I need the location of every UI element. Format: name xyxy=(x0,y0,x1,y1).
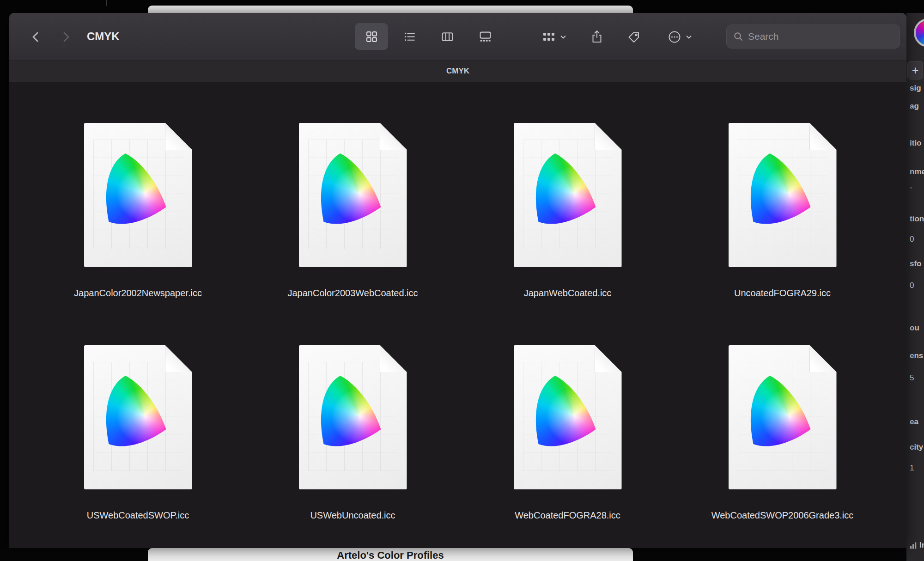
page-fold-corner xyxy=(165,123,192,150)
forward-button[interactable] xyxy=(57,30,74,44)
files-grid: JapanColor2002Newspaper.icc JapanColor20… xyxy=(9,82,906,521)
panel-text-fragment: itio xyxy=(910,139,922,148)
file-item[interactable]: UncoatedFOGRA29.icc xyxy=(675,82,890,299)
page-fold-corner xyxy=(810,123,837,150)
column-view-icon xyxy=(441,30,454,43)
icc-file-icon xyxy=(84,123,192,267)
back-chevron-icon xyxy=(29,30,43,44)
file-item[interactable]: JapanColor2002Newspaper.icc xyxy=(30,82,245,299)
share-button[interactable] xyxy=(587,26,607,48)
panel-text-fragment: ens xyxy=(910,351,923,360)
finder-toolbar: CMYK xyxy=(9,13,906,61)
panel-text-fragment: tion xyxy=(910,214,924,224)
finder-content: JapanColor2002Newspaper.icc JapanColor20… xyxy=(9,82,906,548)
page-fold-corner xyxy=(165,345,192,372)
chevron-down-icon xyxy=(685,33,693,41)
panel-value-fragment: 5 xyxy=(910,373,914,383)
icc-file-icon xyxy=(299,345,407,489)
page-fold-corner xyxy=(380,345,407,372)
panel-info-label: In xyxy=(919,541,924,550)
search-input[interactable]: Search xyxy=(726,24,900,49)
panel-value-fragment: 1 xyxy=(910,463,914,473)
list-view-button[interactable] xyxy=(393,23,426,50)
more-options-button[interactable] xyxy=(658,27,702,47)
path-bar-label: CMYK xyxy=(446,67,469,76)
page-fold-corner xyxy=(595,345,622,372)
file-item[interactable]: JapanColor2003WebCoated.icc xyxy=(245,82,460,299)
background-window-divider xyxy=(106,0,107,6)
icc-file-icon xyxy=(729,345,837,489)
icc-file-icon xyxy=(514,345,622,489)
file-item[interactable]: USWebCoatedSWOP.icc xyxy=(30,305,245,521)
background-window-titlebar[interactable]: Artelo's Color Profiles xyxy=(148,548,633,561)
forward-chevron-icon xyxy=(59,30,73,44)
icon-view-button[interactable] xyxy=(355,23,388,50)
desktop-top-strip xyxy=(0,0,924,13)
panel-info-fragment: In xyxy=(910,541,924,550)
group-by-button[interactable] xyxy=(530,27,578,47)
panel-value-fragment: 0 xyxy=(910,281,914,290)
file-item[interactable]: WebCoatedSWOP2006Grade3.icc xyxy=(675,305,890,521)
file-name: UncoatedFOGRA29.icc xyxy=(734,288,831,299)
share-icon xyxy=(590,30,603,44)
file-name: JapanColor2003WebCoated.icc xyxy=(287,288,418,299)
gallery-view-button[interactable] xyxy=(468,23,502,50)
chart-bars-icon xyxy=(910,542,918,549)
finder-path-bar: CMYK xyxy=(9,61,906,82)
group-by-icon xyxy=(542,31,556,43)
panel-text-fragment: sig xyxy=(910,84,921,93)
window-title: CMYK xyxy=(87,13,120,60)
panel-text-fragment: city xyxy=(910,443,923,452)
panel-text-fragment: ou xyxy=(910,323,919,333)
tag-icon xyxy=(627,30,640,43)
panel-text-fragment: ea xyxy=(910,417,918,427)
file-name: USWebCoatedSWOP.icc xyxy=(87,510,189,521)
view-switcher xyxy=(355,23,502,50)
search-icon xyxy=(733,31,743,42)
background-inspector-panel: + sig ag itio nme - tion 0 sfo 0 ou ens … xyxy=(906,0,924,561)
file-item[interactable]: USWebUncoated.icc xyxy=(245,305,460,521)
grid-view-icon xyxy=(365,30,378,43)
desktop-bottom-strip: Artelo's Color Profiles xyxy=(0,548,906,561)
file-item[interactable]: JapanWebCoated.icc xyxy=(460,82,675,299)
add-button[interactable]: + xyxy=(907,61,923,79)
icc-file-icon xyxy=(299,123,407,267)
page-fold-corner xyxy=(810,345,837,372)
list-view-icon xyxy=(403,30,416,43)
back-button[interactable] xyxy=(28,30,44,44)
color-wheel-icon xyxy=(914,18,924,47)
panel-text-fragment: - xyxy=(910,183,912,192)
search-placeholder: Search xyxy=(748,31,779,42)
panel-text-fragment: ag xyxy=(910,102,919,111)
file-item[interactable]: WebCoatedFOGRA28.icc xyxy=(460,305,675,521)
panel-value-fragment: 0 xyxy=(910,235,914,244)
more-ellipsis-icon xyxy=(668,30,681,44)
tag-button[interactable] xyxy=(624,27,644,47)
finder-window: CMYK xyxy=(9,13,906,548)
panel-text-fragment: sfo xyxy=(910,259,922,268)
gallery-view-icon xyxy=(479,30,492,43)
file-name: USWebUncoated.icc xyxy=(310,510,395,521)
file-name: WebCoatedFOGRA28.icc xyxy=(515,510,620,521)
background-window-title: Artelo's Color Profiles xyxy=(337,549,444,561)
file-name: WebCoatedSWOP2006Grade3.icc xyxy=(711,510,854,521)
page-fold-corner xyxy=(595,123,622,150)
icc-file-icon xyxy=(514,123,622,267)
icc-file-icon xyxy=(84,345,192,489)
icc-file-icon xyxy=(729,123,837,267)
screen: + sig ag itio nme - tion 0 sfo 0 ou ens … xyxy=(0,0,924,561)
page-fold-corner xyxy=(380,123,407,150)
file-name: JapanWebCoated.icc xyxy=(524,288,612,299)
chevron-down-icon xyxy=(559,33,567,41)
file-name: JapanColor2002Newspaper.icc xyxy=(74,288,202,299)
panel-text-fragment: nme xyxy=(910,167,924,177)
column-view-button[interactable] xyxy=(431,23,464,50)
background-window-top-edge xyxy=(148,6,633,13)
